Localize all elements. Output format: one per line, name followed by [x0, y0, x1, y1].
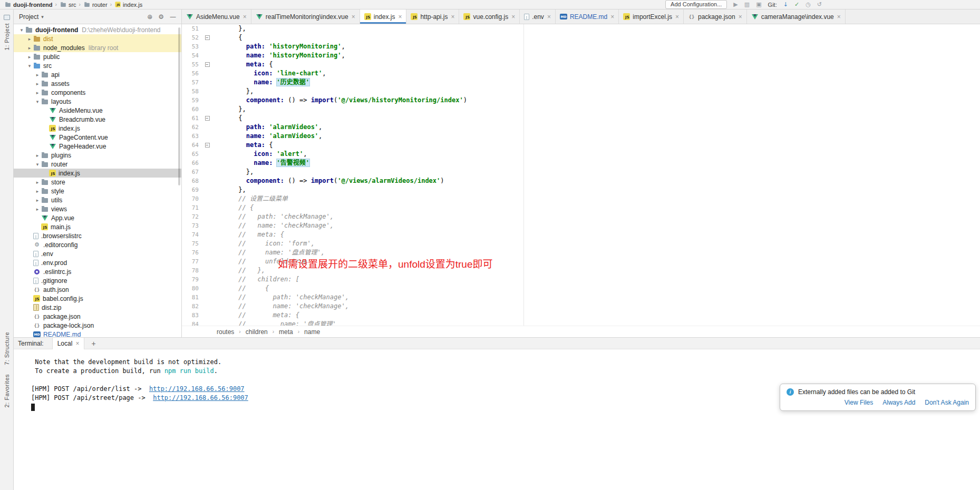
notification-action[interactable]: View Files — [845, 399, 873, 406]
close-icon[interactable]: × — [75, 340, 79, 347]
tree-item-AsideMenu.vue[interactable]: AsideMenu.vue — [14, 106, 181, 115]
locate-file-icon[interactable]: ⊕ — [147, 13, 152, 21]
tree-item-plugins[interactable]: ▸plugins — [14, 151, 181, 160]
fold-marker[interactable]: − — [203, 141, 211, 150]
tab-.env[interactable]: .env× — [520, 9, 556, 24]
tree-item-layouts[interactable]: ▾layouts — [14, 97, 181, 106]
tool-window-button-project[interactable]: 1: Project — [0, 15, 13, 50]
breadcrumb-item[interactable]: JSindex.js — [114, 1, 142, 8]
terminal-tab-local[interactable]: Local × — [52, 338, 85, 349]
tab-AsideMenu.vue[interactable]: AsideMenu.vue× — [182, 9, 251, 24]
notification-action[interactable]: Always Add — [882, 399, 915, 406]
breadcrumb-item[interactable]: routes — [217, 328, 234, 336]
tab-realTimeMonitoring\index.vue[interactable]: realTimeMonitoring\index.vue× — [251, 9, 360, 24]
tree-item-public[interactable]: ▸public — [14, 52, 181, 61]
tree-item-api[interactable]: ▸api — [14, 70, 181, 79]
editor-pane[interactable]: 51 },52− {53 path: 'historyMonitoring',5… — [182, 24, 980, 326]
tree-item-src[interactable]: ▾src — [14, 61, 181, 70]
tree-item-dist[interactable]: ▸dist — [14, 34, 181, 43]
breadcrumb-item[interactable]: router — [83, 1, 108, 8]
tree-item-Breadcrumb.vue[interactable]: Breadcrumb.vue — [14, 115, 181, 124]
tree-item-.editorconfig[interactable]: ⚙.editorconfig — [14, 240, 181, 249]
tree-item-auth.json[interactable]: {}auth.json — [14, 285, 181, 294]
tree-item-duoji-frontend[interactable]: ▾duoji-frontendD:\zheheWeb\duoji-fronten… — [14, 25, 181, 34]
chevron-down-icon[interactable]: ▾ — [18, 27, 25, 33]
tree-item-dist.zip[interactable]: dist.zip — [14, 303, 181, 312]
rollback-icon[interactable]: ↺ — [817, 1, 822, 8]
tree-item-store[interactable]: ▸store — [14, 178, 181, 187]
terminal-link[interactable]: http://192.168.66.56:9007 — [149, 385, 245, 393]
breadcrumb-item[interactable]: name — [304, 328, 320, 336]
tree-item-router[interactable]: ▾router — [14, 160, 181, 169]
tab-package.json[interactable]: {}package.json× — [684, 9, 747, 24]
tree-item-.gitignore[interactable]: .gitignore — [14, 276, 181, 285]
run-icon[interactable]: ▶ — [733, 1, 738, 8]
tree-item-node_modules[interactable]: ▸node_moduleslibrary root — [14, 43, 181, 52]
project-view-selector[interactable]: Project ▾ — [19, 13, 44, 21]
fold-marker[interactable]: − — [203, 114, 211, 123]
tree-item-README.md[interactable]: MDREADME.md — [14, 330, 181, 337]
coverage-icon[interactable]: ▥ — [744, 1, 750, 8]
tree-item-PageContent.vue[interactable]: PageContent.vue — [14, 133, 181, 142]
tab-http-api.js[interactable]: JShttp-api.js× — [406, 9, 459, 24]
chevron-down-icon[interactable]: ▾ — [26, 63, 33, 68]
hide-panel-icon[interactable]: — — [170, 13, 176, 21]
chevron-right-icon[interactable]: ▸ — [34, 153, 41, 158]
close-icon[interactable]: × — [837, 13, 841, 21]
tree-item-.env.prod[interactable]: .env.prod — [14, 258, 181, 267]
vcs-commit-icon[interactable]: ✓ — [794, 1, 799, 8]
terminal-link[interactable]: http://192.168.66.56:9007 — [153, 394, 248, 401]
close-icon[interactable]: × — [739, 13, 742, 21]
terminal-output[interactable]: Note that the development build is not o… — [14, 349, 980, 490]
tree-item-.eslintrc.js[interactable]: .eslintrc.js — [14, 267, 181, 276]
notification-action[interactable]: Don't Ask Again — [925, 399, 969, 406]
chevron-down-icon[interactable]: ▾ — [34, 162, 41, 167]
project-scrollbar[interactable] — [178, 27, 180, 185]
tree-item-package.json[interactable]: {}package.json — [14, 312, 181, 321]
tab-vue.config.js[interactable]: JSvue.config.js× — [459, 9, 520, 24]
tab-importExcel.js[interactable]: JSimportExcel.js× — [619, 9, 684, 24]
breadcrumb-item[interactable]: children — [246, 328, 268, 336]
tab-README.md[interactable]: MDREADME.md× — [556, 9, 619, 24]
tree-item-assets[interactable]: ▸assets — [14, 79, 181, 88]
tree-item-style[interactable]: ▸style — [14, 187, 181, 195]
chevron-right-icon[interactable]: ▸ — [34, 189, 41, 194]
fold-marker[interactable]: − — [203, 33, 211, 42]
new-terminal-button[interactable]: + — [91, 339, 95, 348]
tree-item-.env[interactable]: .env — [14, 249, 181, 258]
chevron-right-icon[interactable]: ▸ — [26, 45, 33, 51]
close-icon[interactable]: × — [610, 13, 614, 21]
chevron-right-icon[interactable]: ▸ — [34, 81, 41, 86]
chevron-down-icon[interactable]: ▾ — [34, 99, 41, 104]
close-icon[interactable]: × — [547, 13, 551, 21]
fold-marker[interactable]: − — [203, 60, 211, 69]
chevron-right-icon[interactable]: ▸ — [34, 198, 41, 203]
profiler-icon[interactable]: ▣ — [756, 1, 761, 8]
chevron-right-icon[interactable]: ▸ — [34, 207, 41, 212]
close-icon[interactable]: × — [398, 13, 402, 21]
tree-item-.browserslistrc[interactable]: .browserslistrc — [14, 231, 181, 240]
tree-item-index.js[interactable]: JSindex.js — [14, 169, 181, 178]
tree-item-PageHeader.vue[interactable]: PageHeader.vue — [14, 142, 181, 151]
tree-item-main.js[interactable]: JSmain.js — [14, 222, 181, 231]
breadcrumb-item[interactable]: meta — [279, 328, 293, 336]
tree-item-App.vue[interactable]: App.vue — [14, 213, 181, 222]
gear-icon[interactable]: ⚙ — [158, 13, 164, 21]
close-icon[interactable]: × — [451, 13, 454, 21]
local-history-icon[interactable]: ◷ — [806, 1, 811, 8]
tree-item-package-lock.json[interactable]: {}package-lock.json — [14, 321, 181, 330]
tree-item-index.js[interactable]: JSindex.js — [14, 124, 181, 133]
chevron-right-icon[interactable]: ▸ — [34, 72, 41, 77]
breadcrumb-item[interactable]: src — [60, 1, 76, 8]
chevron-right-icon[interactable]: ▸ — [26, 36, 33, 42]
breadcrumb-item[interactable]: duoji-frontend — [4, 1, 53, 8]
tree-item-components[interactable]: ▸components — [14, 88, 181, 97]
chevron-right-icon[interactable]: ▸ — [26, 54, 33, 60]
add-configuration-button[interactable]: Add Configuration... — [665, 0, 727, 9]
close-icon[interactable]: × — [675, 13, 679, 21]
tab-index.js[interactable]: JSindex.js× — [360, 9, 407, 24]
chevron-right-icon[interactable]: ▸ — [34, 90, 41, 95]
tree-item-views[interactable]: ▸views — [14, 204, 181, 213]
tool-window-button-favorites[interactable]: 2: Favorites — [0, 374, 13, 407]
tab-cameraManage\index.vue[interactable]: cameraManage\index.vue× — [747, 9, 846, 24]
